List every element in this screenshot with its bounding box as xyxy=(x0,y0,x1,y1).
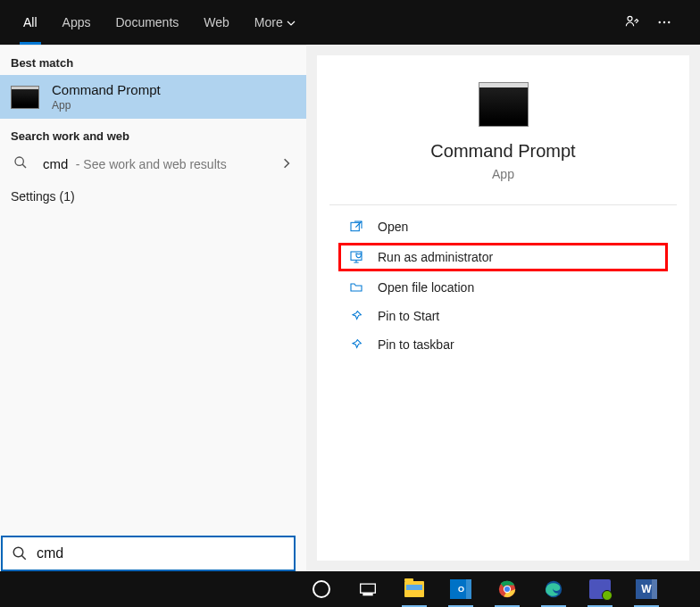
file-explorer-icon xyxy=(404,581,424,597)
teams-icon xyxy=(589,579,611,599)
edge-icon xyxy=(544,579,563,599)
outlook-icon: O xyxy=(450,579,471,599)
result-command-prompt[interactable]: Command Prompt App xyxy=(0,75,306,119)
word-icon: W xyxy=(636,579,657,599)
svg-rect-6 xyxy=(351,222,359,230)
taskbar-edge[interactable] xyxy=(536,571,571,607)
taskbar-file-explorer[interactable] xyxy=(396,571,432,607)
search-input[interactable] xyxy=(37,545,285,561)
chevron-right-icon xyxy=(281,156,292,172)
action-run-as-administrator[interactable]: Run as administrator xyxy=(338,243,668,271)
search-input-icon xyxy=(12,545,28,561)
command-prompt-icon xyxy=(11,86,39,109)
search-tabbar: All Apps Documents Web More xyxy=(0,0,700,45)
svg-line-5 xyxy=(22,164,26,168)
svg-point-3 xyxy=(668,21,670,23)
best-match-header: Best match xyxy=(0,46,306,75)
action-open[interactable]: Open xyxy=(328,212,679,241)
result-subtitle: App xyxy=(52,99,161,112)
taskview-icon xyxy=(359,582,377,596)
result-title: Command Prompt xyxy=(52,82,161,97)
svg-point-8 xyxy=(13,547,23,557)
taskbar-teams[interactable] xyxy=(582,571,618,607)
search-web-text: cmd - See work and web results xyxy=(43,156,227,172)
taskbar: O W xyxy=(0,571,700,607)
taskbar-taskview[interactable] xyxy=(350,571,386,607)
tab-apps[interactable]: Apps xyxy=(52,0,102,45)
tabs-group: All Apps Documents Web More xyxy=(12,0,306,45)
svg-point-4 xyxy=(15,157,23,165)
svg-point-14 xyxy=(504,586,510,592)
folder-icon xyxy=(349,280,363,295)
preview-app-icon xyxy=(479,82,529,127)
taskbar-chrome[interactable] xyxy=(489,571,525,607)
preview-header: Command Prompt App xyxy=(317,55,689,199)
results-pane: Best match Command Prompt App Search wor… xyxy=(0,45,306,571)
result-text: Command Prompt App xyxy=(52,82,161,112)
feedback-icon[interactable] xyxy=(621,12,643,33)
open-icon xyxy=(349,220,363,234)
action-open-location-label: Open file location xyxy=(378,280,474,295)
taskbar-cortana[interactable] xyxy=(304,571,339,607)
tab-web[interactable]: Web xyxy=(193,0,240,45)
search-icon xyxy=(11,155,30,173)
tab-documents[interactable]: Documents xyxy=(104,0,189,45)
action-pin-taskbar-label: Pin to taskbar xyxy=(378,337,454,352)
action-open-label: Open xyxy=(378,220,408,234)
preview-title: Command Prompt xyxy=(317,141,689,162)
svg-rect-11 xyxy=(363,594,372,595)
search-web-hint: - See work and web results xyxy=(76,157,227,171)
taskbar-word[interactable]: W xyxy=(629,571,664,607)
preview-pane: Command Prompt App Open Run as administr… xyxy=(317,55,689,561)
settings-group-header[interactable]: Settings (1) xyxy=(0,180,306,209)
action-pin-start-label: Pin to Start xyxy=(378,309,439,323)
action-run-admin-label: Run as administrator xyxy=(378,250,493,264)
tab-all[interactable]: All xyxy=(12,0,48,45)
tab-more-label: More xyxy=(254,15,283,29)
svg-line-9 xyxy=(21,555,26,560)
svg-point-2 xyxy=(663,21,665,23)
admin-shield-icon xyxy=(349,250,363,264)
svg-rect-10 xyxy=(361,584,376,593)
action-pin-to-taskbar[interactable]: Pin to taskbar xyxy=(328,330,679,359)
topright-controls xyxy=(621,12,700,33)
content-area: Best match Command Prompt App Search wor… xyxy=(0,45,700,571)
pin-start-icon xyxy=(349,309,363,323)
divider xyxy=(329,204,677,205)
preview-subtitle: App xyxy=(317,167,689,181)
pin-taskbar-icon xyxy=(349,337,363,352)
cortana-icon xyxy=(312,580,330,598)
actions-group: Open Run as administrator Open file loca… xyxy=(328,212,679,359)
action-pin-to-start[interactable]: Pin to Start xyxy=(328,302,679,330)
svg-point-0 xyxy=(628,16,632,21)
more-options-icon[interactable] xyxy=(654,12,675,33)
chevron-down-icon xyxy=(287,19,296,28)
search-web-query: cmd xyxy=(43,156,68,171)
search-web-result[interactable]: cmd - See work and web results xyxy=(0,148,306,180)
search-box[interactable] xyxy=(1,536,296,571)
taskbar-outlook[interactable]: O xyxy=(443,571,479,607)
tab-more[interactable]: More xyxy=(244,0,306,45)
search-section-header: Search work and web xyxy=(0,119,306,148)
chrome-icon xyxy=(497,579,517,599)
action-open-file-location[interactable]: Open file location xyxy=(328,273,679,302)
svg-point-1 xyxy=(659,21,661,23)
